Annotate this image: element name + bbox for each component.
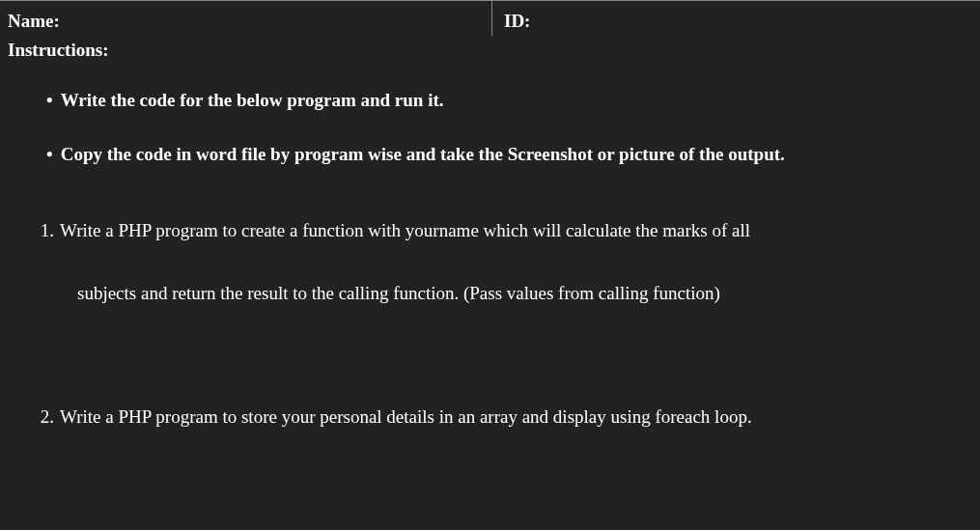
instruction-bullets: • Write the code for the below program a… [0,80,980,208]
bullet-item: • Write the code for the below program a… [46,90,980,144]
bullet-text: Write the code for the below program and… [61,90,444,111]
bullet-marker-icon: • [46,144,53,165]
question-line: Write a PHP program to create a function… [60,217,951,280]
question-body: Write a PHP program to store your person… [60,404,951,432]
numbered-questions: 1. Write a PHP program to create a funct… [0,208,980,470]
bullet-marker-icon: • [46,90,53,111]
instructions-label: Instructions: [0,36,980,80]
question-number: 1. [31,217,54,245]
bullet-text: Copy the code in word file by program wi… [61,144,785,165]
question-item: 1. Write a PHP program to create a funct… [31,217,951,346]
id-label: ID: [492,1,980,36]
question-body: Write a PHP program to create a function… [60,217,951,307]
question-item: 2. Write a PHP program to store your per… [31,346,951,470]
question-line: Write a PHP program to store your person… [60,406,752,427]
document-page: Name: ID: Instructions: • Write the code… [0,0,980,530]
question-number: 2. [31,404,54,432]
question-line: subjects and return the result to the ca… [60,280,951,308]
name-label: Name: [0,1,492,36]
bullet-item: • Copy the code in word file by program … [46,144,980,198]
header-row: Name: ID: [0,0,980,36]
